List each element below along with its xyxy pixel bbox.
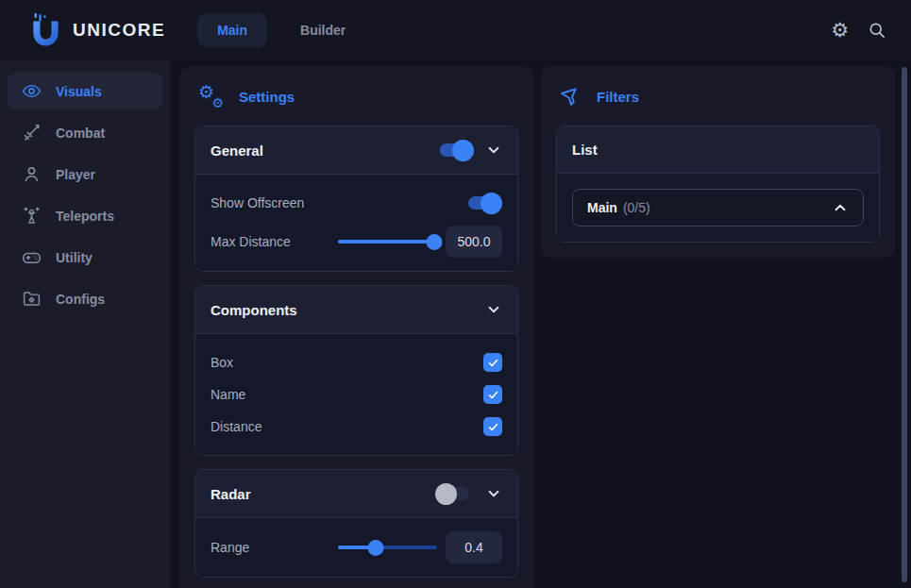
filters-panel-header: Filters bbox=[560, 85, 880, 109]
filters-panel: Filters List Main (0/5) bbox=[541, 66, 895, 258]
components-card-body: Box Name Distance bbox=[195, 333, 517, 455]
filter-funnel-icon bbox=[557, 84, 584, 111]
components-card-title: Components bbox=[211, 302, 485, 318]
list-card-body: Main (0/5) bbox=[557, 173, 879, 242]
box-row: Box bbox=[211, 347, 502, 378]
max-distance-slider[interactable] bbox=[338, 234, 437, 249]
double-gear-icon: ⚙⚙ bbox=[198, 85, 224, 109]
person-icon bbox=[22, 164, 42, 184]
search-icon[interactable] bbox=[868, 21, 886, 40]
radar-toggle[interactable] bbox=[440, 487, 469, 500]
box-label: Box bbox=[211, 355, 483, 370]
general-card-title: General bbox=[211, 143, 440, 159]
chevron-down-icon[interactable] bbox=[485, 301, 502, 318]
range-row: Range 0.4 bbox=[211, 531, 502, 563]
show-offscreen-toggle[interactable] bbox=[468, 196, 498, 210]
sidebar-item-configs[interactable]: Configs bbox=[8, 280, 162, 317]
general-card-header[interactable]: General bbox=[195, 126, 517, 174]
sidebar-item-visuals[interactable]: Visuals bbox=[8, 73, 162, 109]
eye-icon bbox=[22, 81, 42, 101]
radar-card-header[interactable]: Radar bbox=[195, 470, 517, 517]
folder-gear-icon bbox=[22, 289, 42, 309]
settings-panel-header: ⚙⚙ Settings bbox=[198, 85, 518, 109]
vertical-scrollbar[interactable] bbox=[902, 67, 907, 582]
radar-card-body: Range 0.4 bbox=[195, 517, 517, 577]
sidebar-item-label: Configs bbox=[56, 292, 105, 307]
unicore-logo-icon bbox=[31, 13, 60, 47]
range-value[interactable]: 0.4 bbox=[446, 531, 502, 563]
teleport-icon bbox=[22, 206, 42, 226]
dropdown-count-badge: (0/5) bbox=[623, 200, 650, 215]
sidebar-item-label: Visuals bbox=[56, 84, 102, 99]
sidebar-item-label: Utility bbox=[56, 250, 93, 265]
distance-label: Distance bbox=[211, 419, 483, 434]
distance-checkbox[interactable] bbox=[483, 417, 502, 436]
main-filter-dropdown[interactable]: Main (0/5) bbox=[572, 189, 864, 227]
show-offscreen-label: Show Offscreen bbox=[211, 195, 468, 210]
sidebar-item-combat[interactable]: Combat bbox=[8, 114, 162, 151]
sidebar-item-teleports[interactable]: Teleports bbox=[8, 197, 162, 234]
topbar-icons: ⚙ bbox=[831, 21, 911, 41]
max-distance-value[interactable]: 500.0 bbox=[446, 226, 502, 258]
components-card: Components Box Name bbox=[194, 285, 518, 456]
tab-builder[interactable]: Builder bbox=[280, 13, 365, 47]
radar-card: Radar Range bbox=[194, 469, 518, 578]
dropdown-selected-name: Main bbox=[587, 200, 617, 215]
tab-main[interactable]: Main bbox=[197, 13, 267, 47]
general-toggle[interactable] bbox=[440, 143, 469, 157]
box-checkbox[interactable] bbox=[483, 353, 502, 372]
list-card-title: List bbox=[572, 142, 864, 158]
components-card-header[interactable]: Components bbox=[195, 286, 517, 333]
name-row: Name bbox=[211, 379, 502, 410]
topbar: UNICORE Main Builder ⚙ bbox=[0, 0, 911, 60]
sidebar-item-label: Teleports bbox=[56, 209, 114, 224]
main-tabs: Main Builder bbox=[197, 13, 365, 47]
brand: UNICORE bbox=[0, 13, 165, 47]
name-label: Name bbox=[211, 387, 483, 402]
settings-panel: ⚙⚙ Settings General Show bbox=[179, 66, 533, 588]
max-distance-label: Max Distance bbox=[211, 234, 338, 249]
settings-panel-title: Settings bbox=[239, 89, 295, 105]
sidebar-item-label: Player bbox=[56, 167, 95, 182]
filters-panel-title: Filters bbox=[597, 89, 639, 105]
brand-name: UNICORE bbox=[73, 20, 165, 41]
show-offscreen-row: Show Offscreen bbox=[211, 188, 502, 218]
range-slider[interactable] bbox=[338, 540, 437, 555]
gamepad-icon bbox=[22, 247, 42, 267]
general-card: General Show Offscreen Max Distance bbox=[194, 126, 518, 272]
sword-icon bbox=[22, 123, 42, 143]
max-distance-row: Max Distance 500.0 bbox=[211, 226, 502, 258]
general-card-body: Show Offscreen Max Distance 500.0 bbox=[195, 174, 517, 271]
name-checkbox[interactable] bbox=[483, 385, 502, 404]
chevron-down-icon[interactable] bbox=[485, 485, 502, 502]
chevron-up-icon[interactable] bbox=[832, 199, 849, 216]
range-label: Range bbox=[211, 540, 338, 555]
sidebar-item-player[interactable]: Player bbox=[8, 156, 162, 193]
list-card: List Main (0/5) bbox=[556, 126, 880, 243]
chevron-down-icon[interactable] bbox=[485, 142, 502, 159]
sidebar: Visuals Combat Player bbox=[0, 60, 170, 588]
sidebar-item-utility[interactable]: Utility bbox=[8, 239, 162, 276]
content: ⚙⚙ Settings General Show bbox=[170, 60, 911, 588]
sidebar-item-label: Combat bbox=[56, 126, 105, 141]
list-card-header: List bbox=[557, 126, 879, 173]
settings-gear-icon[interactable]: ⚙ bbox=[831, 21, 849, 41]
distance-row: Distance bbox=[211, 412, 502, 442]
radar-card-title: Radar bbox=[211, 486, 440, 502]
